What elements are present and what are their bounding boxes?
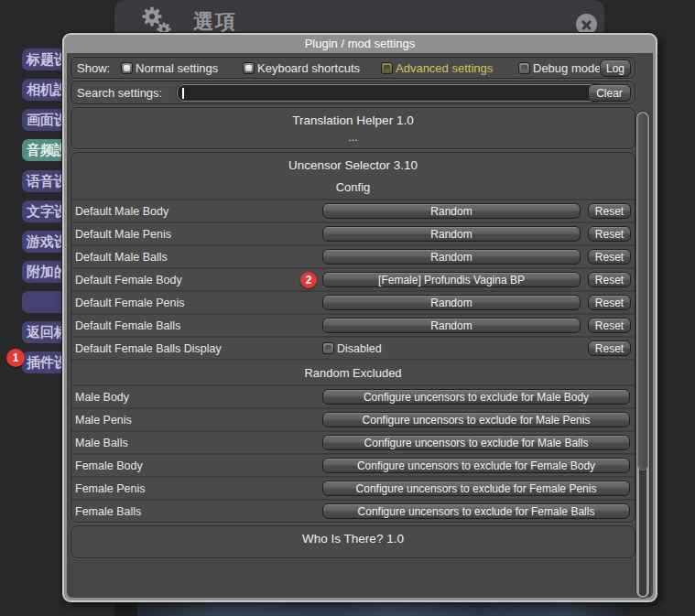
dropdown-default-male-penis[interactable]: Random — [322, 226, 581, 242]
reset-button[interactable]: Reset — [588, 226, 631, 242]
setting-row-default-male-body: Default Male Body Random Reset — [71, 199, 635, 222]
toggle-label: Disabled — [337, 342, 382, 355]
show-filter-bar: Show: Normal settings Keyboard shortcuts… — [71, 57, 635, 79]
scene-shadow — [114, 600, 137, 616]
plugin-panel-who-is-there: Who Is There? 1.0 — [71, 525, 635, 558]
setting-row-male-penis-exclude: Male Penis Configure uncensors to exclud… — [71, 407, 635, 430]
checkbox-icon[interactable] — [121, 62, 133, 74]
setting-row-male-balls-exclude: Male Balls Configure uncensors to exclud… — [71, 430, 635, 453]
section-header-config: Config — [71, 175, 635, 199]
checkbox-icon[interactable] — [381, 62, 393, 74]
plugin-settings-dialog: Plugin / mod settings Show: Normal setti… — [62, 33, 657, 602]
search-input[interactable] — [177, 84, 603, 102]
setting-label: Default Male Penis — [75, 228, 322, 241]
section-header-random-excluded: Random Excluded — [71, 359, 635, 384]
setting-row-default-female-balls: Default Female Balls Random Reset — [71, 313, 635, 336]
dropdown-default-female-penis[interactable]: Random — [322, 295, 581, 310]
dialog-title: Plugin / mod settings — [64, 35, 656, 52]
setting-row-female-body-exclude: Female Body Configure uncensors to exclu… — [71, 453, 635, 476]
setting-row-female-penis-exclude: Female Penis Configure uncensors to excl… — [71, 476, 635, 499]
search-bar: Search settings: Clear — [71, 81, 635, 104]
setting-label: Male Penis — [75, 414, 322, 427]
setting-label: Female Balls — [75, 505, 322, 518]
plugin-title[interactable]: Who Is There? 1.0 — [71, 526, 635, 548]
game-scene-denim — [137, 600, 625, 616]
checkbox-icon[interactable] — [243, 62, 255, 74]
dropdown-default-male-balls[interactable]: Random — [322, 249, 581, 265]
configure-male-body-button[interactable]: Configure uncensors to exclude for Male … — [322, 389, 630, 405]
dropdown-default-female-body[interactable]: [Female] Profundis Vagina BP — [322, 272, 581, 287]
scrollbar-thumb[interactable] — [637, 113, 648, 470]
reset-button[interactable]: Reset — [588, 295, 631, 310]
search-label: Search settings: — [77, 86, 162, 100]
checkbox-icon[interactable] — [518, 62, 530, 74]
setting-row-default-male-penis: Default Male Penis Random Reset — [71, 222, 635, 244]
toggle-disabled[interactable]: Disabled — [322, 342, 382, 355]
setting-row-default-female-body: Default Female Body 2 [Female] Profundis… — [71, 267, 635, 290]
setting-label: Male Balls — [75, 437, 322, 449]
options-window-title: 選項 — [193, 8, 237, 36]
toggle-debug-mode[interactable]: Debug mode — [518, 61, 601, 75]
tutorial-badge-1: 1 — [6, 349, 25, 367]
setting-row-default-female-penis: Default Female Penis Random Reset — [71, 290, 635, 313]
configure-female-balls-button[interactable]: Configure uncensors to exclude for Femal… — [322, 503, 630, 519]
dialog-body: Show: Normal settings Keyboard shortcuts… — [67, 53, 653, 598]
toggle-label: Debug mode — [533, 61, 601, 75]
log-button[interactable]: Log — [600, 59, 631, 77]
reset-button[interactable]: Reset — [588, 272, 631, 287]
configure-male-penis-button[interactable]: Configure uncensors to exclude for Male … — [322, 412, 630, 427]
show-label: Show: — [77, 61, 110, 75]
plugin-title[interactable]: Uncensor Selector 3.10 — [71, 153, 635, 175]
tutorial-badge-2: 2 — [300, 272, 317, 288]
toggle-normal-settings[interactable]: Normal settings — [121, 61, 218, 75]
plugin-subtitle: ... — [71, 130, 635, 148]
reset-button[interactable]: Reset — [588, 318, 631, 333]
toggle-label: Keyboard shortcuts — [257, 61, 360, 75]
setting-label: Female Body — [75, 459, 322, 472]
plugin-title[interactable]: Translation Helper 1.0 — [71, 108, 635, 130]
plugin-panel-translation-helper: Translation Helper 1.0 ... — [71, 107, 635, 149]
setting-row-default-female-balls-display: Default Female Balls Display Disabled Re… — [71, 336, 635, 359]
setting-row-default-male-balls: Default Male Balls Random Reset — [71, 244, 635, 267]
setting-label: Default Female Penis — [75, 297, 322, 309]
setting-label: Default Female Balls — [75, 319, 322, 332]
reset-button[interactable]: Reset — [588, 203, 631, 219]
plugin-panel-uncensor-selector: Uncensor Selector 3.10 Config Default Ma… — [71, 152, 635, 523]
text-caret — [182, 88, 184, 99]
toggle-advanced-settings[interactable]: Advanced settings — [381, 61, 493, 75]
toggle-label: Advanced settings — [396, 61, 493, 75]
setting-label: Male Body — [75, 391, 322, 404]
configure-female-penis-button[interactable]: Configure uncensors to exclude for Femal… — [322, 481, 630, 496]
dropdown-default-female-balls[interactable]: Random — [322, 318, 581, 333]
close-icon[interactable] — [576, 14, 597, 35]
clear-button[interactable]: Clear — [588, 84, 631, 102]
setting-row-female-balls-exclude: Female Balls Configure uncensors to excl… — [71, 499, 635, 522]
toggle-keyboard-shortcuts[interactable]: Keyboard shortcuts — [243, 61, 360, 75]
vertical-scrollbar[interactable] — [635, 111, 650, 599]
setting-label: Default Male Body — [75, 205, 322, 218]
configure-female-body-button[interactable]: Configure uncensors to exclude for Femal… — [322, 458, 630, 473]
setting-label: Default Female Body — [75, 274, 322, 286]
checkbox-icon[interactable] — [322, 342, 334, 354]
setting-label: Default Male Balls — [75, 251, 322, 264]
toggle-label: Normal settings — [136, 61, 218, 75]
dropdown-default-male-body[interactable]: Random — [322, 203, 581, 219]
setting-row-male-body-exclude: Male Body Configure uncensors to exclude… — [71, 384, 635, 407]
configure-male-balls-button[interactable]: Configure uncensors to exclude for Male … — [322, 435, 630, 450]
reset-button[interactable]: Reset — [588, 249, 631, 265]
reset-button[interactable]: Reset — [588, 340, 631, 356]
setting-label: Default Female Balls Display — [75, 342, 322, 355]
setting-label: Female Penis — [75, 482, 322, 495]
